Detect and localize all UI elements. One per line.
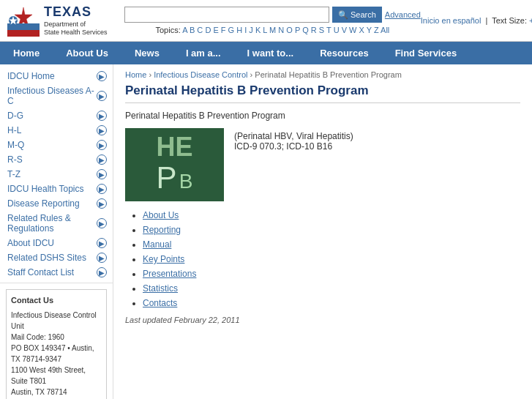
sidebar-arrow-icon[interactable]: ▶ bbox=[97, 140, 107, 150]
content-link[interactable]: Reporting bbox=[143, 225, 181, 235]
sidebar-link[interactable]: D-G bbox=[7, 111, 97, 121]
sidebar-link[interactable]: Disease Reporting bbox=[7, 198, 97, 209]
sidebar-arrow-icon[interactable]: ▶ bbox=[97, 267, 107, 277]
topic-link-all[interactable]: All bbox=[381, 26, 389, 34]
page-subtitle: Perinatal Hepatitis B Prevention Program bbox=[125, 111, 520, 121]
nav-item-i-am-a...[interactable]: I am a... bbox=[173, 42, 234, 64]
sidebar-link[interactable]: Staff Contact List bbox=[7, 267, 97, 277]
logo-area: TEXAS Department of State Health Service… bbox=[7, 4, 124, 37]
sidebar-item: Related Rules & Regulations▶ bbox=[0, 211, 113, 236]
list-item: Presentations bbox=[143, 269, 520, 279]
sidebar-arrow-icon[interactable]: ▶ bbox=[97, 154, 107, 165]
topic-link-l[interactable]: L bbox=[263, 26, 267, 34]
topic-link-c[interactable]: C bbox=[197, 26, 203, 34]
sidebar-arrow-icon[interactable]: ▶ bbox=[97, 184, 107, 194]
sidebar-link[interactable]: T-Z bbox=[7, 169, 97, 179]
topics-row: Topics: A B C D E F G H I J K L M N O P … bbox=[155, 26, 389, 34]
content-link[interactable]: Key Points bbox=[143, 254, 184, 264]
contact-street: 1100 West 49th Street, Suite T801 bbox=[11, 365, 102, 387]
nav-item-about-us[interactable]: About Us bbox=[53, 42, 121, 64]
sidebar-arrow-icon[interactable]: ▶ bbox=[97, 169, 107, 179]
topic-link-k[interactable]: K bbox=[255, 26, 261, 34]
sidebar-arrow-icon[interactable]: ▶ bbox=[97, 253, 107, 263]
lang-link[interactable]: Inicio en español bbox=[421, 16, 482, 25]
sidebar-link[interactable]: About IDCU bbox=[7, 238, 97, 248]
nav-item-news[interactable]: News bbox=[121, 42, 173, 64]
topics-links: A B C D E F G H I J K L M N O P Q R S T … bbox=[182, 26, 389, 34]
text-size-plus[interactable]: + bbox=[529, 16, 532, 25]
text-size-label: Text Size: bbox=[492, 16, 527, 25]
sidebar-arrow-icon[interactable]: ▶ bbox=[97, 91, 107, 101]
sidebar-item: M-Q▶ bbox=[0, 138, 113, 152]
sidebar-arrow-icon[interactable]: ▶ bbox=[97, 198, 107, 209]
topic-link-o[interactable]: O bbox=[286, 26, 293, 34]
topic-link-h[interactable]: H bbox=[236, 26, 242, 34]
content-link[interactable]: Manual bbox=[143, 239, 171, 250]
nav-item-find-services[interactable]: Find Services bbox=[382, 42, 471, 64]
topic-link-n[interactable]: N bbox=[278, 26, 284, 34]
last-updated: Last updated February 22, 2011 bbox=[125, 316, 520, 324]
sidebar-item: Staff Contact List▶ bbox=[0, 265, 113, 280]
sidebar-link[interactable]: R-S bbox=[7, 154, 97, 165]
sidebar-item: IDCU Home▶ bbox=[0, 69, 113, 83]
content-link[interactable]: Statistics bbox=[143, 283, 178, 294]
sidebar-divider bbox=[0, 283, 113, 283]
nav-item-home[interactable]: Home bbox=[0, 42, 53, 64]
sidebar: IDCU Home▶Infectious Diseases A-C▶D-G▶H-… bbox=[0, 64, 113, 399]
breadcrumb-link[interactable]: Infectious Disease Control bbox=[154, 70, 247, 79]
sidebar-arrow-icon[interactable]: ▶ bbox=[97, 111, 107, 121]
list-item: About Us bbox=[143, 210, 520, 220]
topic-link-w[interactable]: W bbox=[349, 26, 356, 34]
sidebar-item: About IDCU▶ bbox=[0, 236, 113, 250]
hep-b-text: P bbox=[156, 160, 176, 195]
topic-link-y[interactable]: Y bbox=[367, 26, 372, 34]
breadcrumb-link[interactable]: Home bbox=[125, 70, 146, 79]
texas-logo-icon bbox=[7, 4, 40, 37]
topic-link-d[interactable]: D bbox=[205, 26, 211, 34]
topic-link-z[interactable]: Z bbox=[374, 26, 379, 34]
topic-link-e[interactable]: E bbox=[213, 26, 218, 34]
sidebar-link[interactable]: M-Q bbox=[7, 140, 97, 150]
topic-link-b[interactable]: B bbox=[190, 26, 195, 34]
topic-link-x[interactable]: X bbox=[359, 26, 364, 34]
search-button[interactable]: 🔍 Search bbox=[332, 7, 382, 23]
topic-link-r[interactable]: R bbox=[311, 26, 317, 34]
sidebar-arrow-icon[interactable]: ▶ bbox=[97, 71, 107, 81]
topic-link-f[interactable]: F bbox=[221, 26, 226, 34]
list-item: Statistics bbox=[143, 283, 520, 294]
search-icon: 🔍 bbox=[338, 10, 348, 20]
topic-link-s[interactable]: S bbox=[319, 26, 324, 34]
topic-link-g[interactable]: G bbox=[228, 26, 235, 34]
sidebar-contact-box: Contact Us Infectious Disease Control Un… bbox=[6, 289, 107, 399]
sidebar-link[interactable]: Infectious Diseases A-C bbox=[7, 86, 97, 106]
content-link[interactable]: Contacts bbox=[143, 298, 177, 308]
topic-link-u[interactable]: U bbox=[334, 26, 340, 34]
sidebar-arrow-icon[interactable]: ▶ bbox=[97, 125, 107, 135]
main-nav: HomeAbout UsNewsI am a...I want to...Res… bbox=[0, 42, 532, 64]
topic-link-j[interactable]: J bbox=[249, 26, 253, 34]
hep-text: HE bbox=[156, 132, 192, 162]
topic-link-a[interactable]: A bbox=[182, 26, 187, 34]
sidebar-item: IDCU Health Topics▶ bbox=[0, 182, 113, 196]
sidebar-arrow-icon[interactable]: ▶ bbox=[97, 238, 107, 248]
content-link[interactable]: Presentations bbox=[143, 269, 196, 279]
sidebar-link[interactable]: IDCU Health Topics bbox=[7, 184, 97, 194]
content-link[interactable]: About Us bbox=[143, 210, 179, 220]
topic-link-q[interactable]: Q bbox=[302, 26, 309, 34]
search-input[interactable] bbox=[124, 7, 329, 23]
sidebar-link[interactable]: Related DSHS Sites bbox=[7, 253, 97, 263]
topic-link-v[interactable]: V bbox=[342, 26, 347, 34]
topic-link-t[interactable]: T bbox=[326, 26, 331, 34]
topic-link-m[interactable]: M bbox=[269, 26, 276, 34]
sidebar-link[interactable]: H-L bbox=[7, 125, 97, 135]
sidebar-arrow-icon[interactable]: ▶ bbox=[97, 218, 107, 228]
nav-item-resources[interactable]: Resources bbox=[307, 42, 381, 64]
sidebar-link[interactable]: IDCU Home bbox=[7, 71, 97, 81]
topic-link-i[interactable]: I bbox=[244, 26, 247, 34]
list-item: Key Points bbox=[143, 254, 520, 264]
nav-item-i-want-to...[interactable]: I want to... bbox=[234, 42, 307, 64]
sidebar-link[interactable]: Related Rules & Regulations bbox=[7, 213, 97, 234]
topic-link-p[interactable]: P bbox=[295, 26, 300, 34]
advanced-search-link[interactable]: Advanced bbox=[385, 10, 421, 19]
contact-unit: Infectious Disease Control Unit bbox=[11, 310, 102, 332]
